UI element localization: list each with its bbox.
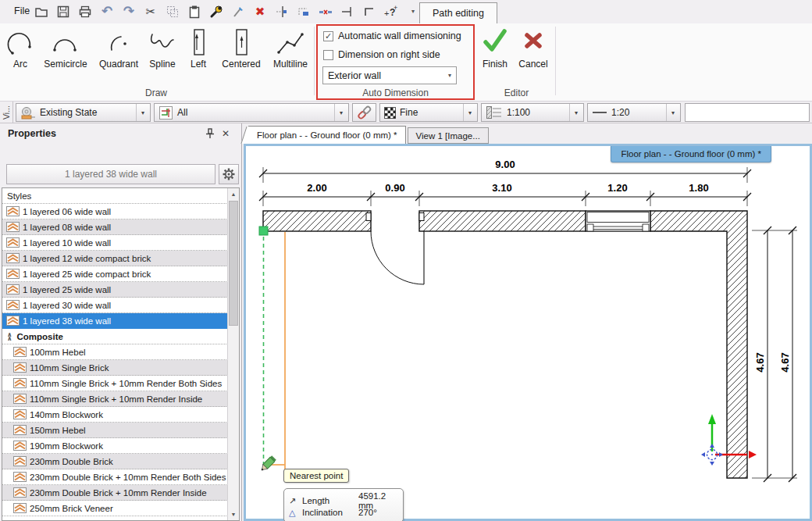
style-item-selected[interactable]: 1 layered 38 wide wall (2, 313, 239, 329)
open-folder-icon[interactable] (33, 2, 50, 20)
brush-icon[interactable] (208, 2, 225, 20)
state-select[interactable]: Existing State ▾ (16, 103, 151, 122)
style-item[interactable]: 1 layered 10 wide wall (2, 235, 239, 251)
tab-view-1[interactable]: View 1 [Image... (408, 127, 489, 144)
style-item[interactable]: 110mm Single Brick (2, 360, 239, 376)
tool-centered[interactable]: Centered (215, 27, 267, 86)
editor-group-label: Editor (479, 87, 554, 98)
wall-segment[interactable] (263, 211, 371, 231)
auto-wall-dimensioning-checkbox[interactable]: ✓ Automatic wall dimensioning (323, 30, 461, 41)
angle-icon: △ (289, 508, 302, 518)
line-scale-select[interactable]: 1:20 ▾ (587, 103, 681, 122)
corner-icon[interactable] (361, 2, 378, 20)
checkbox-unchecked[interactable] (323, 50, 333, 60)
style-item[interactable]: 250mm Brick Veneer (2, 501, 239, 516)
chevron-down-icon[interactable]: ▾ (463, 104, 473, 121)
chevron-down-icon[interactable]: ▾ (136, 104, 146, 121)
file-menu[interactable]: File (8, 4, 36, 18)
scroll-down-icon[interactable]: ▼ (228, 509, 239, 520)
print-icon[interactable] (77, 2, 94, 20)
drawing-scale-select[interactable]: 1:100 ▾ (481, 103, 584, 122)
style-item[interactable]: 1 layered 25 wide compact brick (2, 266, 239, 282)
delete-icon[interactable]: ✖ (251, 2, 269, 20)
wall-style-icon (13, 472, 27, 482)
svg-text:+: + (384, 9, 389, 18)
finish-button[interactable]: Finish (478, 27, 512, 70)
dim-segment: 3.10 (492, 182, 511, 194)
wall-corner[interactable] (650, 211, 747, 478)
tab-floor-plan[interactable]: Floor plan - - Ground floor (0 mm) * (248, 126, 406, 144)
cancel-button[interactable]: Cancel (515, 27, 551, 70)
tool-arc[interactable]: Arc (3, 27, 37, 86)
quick-access-toolbar: ↶ ↷ ✂ ✖ +?+ ▾ (33, 2, 422, 20)
picker-pen-icon[interactable] (230, 2, 247, 20)
style-item[interactable]: 150mm Hebel (2, 423, 239, 438)
left-wall-icon (183, 27, 213, 58)
undo-icon[interactable]: ↶ (98, 2, 116, 20)
save-icon[interactable] (55, 2, 72, 20)
drawing-canvas[interactable]: 9.00 2.00 0.90 3.10 1.20 (246, 146, 810, 519)
scroll-up-icon[interactable]: ▲ (228, 188, 239, 200)
current-style-field[interactable]: 1 layered 38 wide wall (6, 164, 215, 184)
list-scrollbar[interactable]: ▲ ▼ (227, 188, 239, 520)
style-item[interactable]: 230mm Double Brick + 10mm Render Inside (2, 485, 239, 501)
redo-icon[interactable]: ↷ (120, 2, 137, 20)
tool-left[interactable]: Left (183, 27, 214, 86)
dim-remove-icon[interactable] (317, 2, 334, 20)
dim-end-icon[interactable] (339, 2, 356, 20)
styles-section-header[interactable]: Styles (2, 188, 239, 204)
toolbar-input[interactable] (685, 103, 810, 122)
style-item[interactable]: 1 layered 12 wide compact brick (2, 251, 239, 266)
wall-style-icon (6, 284, 20, 294)
titlebar: File ↶ ↷ ✂ ✖ +?+ ▾ Path editing (0, 0, 812, 23)
dim-vertical: 4.67 (779, 352, 791, 372)
chevron-down-icon[interactable]: ▾ (448, 72, 451, 79)
wall-segment[interactable] (419, 211, 586, 231)
hatch-quality-select[interactable]: Fine ▾ (379, 103, 478, 122)
dimension-right-side-checkbox[interactable]: Dimension on right side (323, 49, 440, 60)
chevron-down-icon[interactable]: ▾ (569, 104, 579, 121)
collapse-icon[interactable]: ∧∧ (7, 333, 12, 341)
window-symbol[interactable] (586, 211, 650, 231)
dim-measure-icon[interactable] (295, 2, 312, 20)
style-item[interactable]: 140mm Blockwork (2, 407, 239, 423)
collapsed-panel-tab[interactable]: Vi... (0, 102, 13, 123)
close-icon[interactable]: ✕ (218, 127, 233, 141)
floating-window-title[interactable]: Floor plan - - Ground floor (0 mm) * (611, 146, 771, 162)
endpoint-handle[interactable] (259, 227, 268, 235)
drawing-window: 9.00 2.00 0.90 3.10 1.20 (244, 144, 812, 521)
style-item[interactable]: 100mm Hebel (2, 344, 239, 360)
dim-segment: 2.00 (307, 182, 326, 194)
chevron-down-icon[interactable]: ▾ (334, 104, 344, 121)
paste-icon[interactable] (186, 2, 203, 20)
style-settings-button[interactable] (219, 164, 239, 184)
copy-icon[interactable] (164, 2, 181, 20)
style-item[interactable]: 110mm Single Brick + 10mm Render Both Si… (2, 376, 239, 391)
dim-node-icon[interactable] (273, 2, 290, 20)
style-item[interactable]: 1 layered 30 wide wall (2, 298, 239, 313)
pin-icon[interactable] (202, 127, 218, 141)
style-item[interactable]: 190mm Blockwork (2, 438, 239, 454)
wall-type-select[interactable]: Exterior wall ▾ (322, 66, 457, 84)
style-item[interactable]: 230mm Double Brick + 10mm Render Both Si… (2, 469, 239, 485)
cut-icon[interactable]: ✂ (142, 2, 159, 20)
style-item[interactable]: 1 layered 08 wide wall (2, 219, 239, 235)
scale-icon (486, 105, 503, 120)
style-item[interactable]: 1 layered 25 wide wall (2, 282, 239, 298)
style-item[interactable]: 110mm Single Brick + 10mm Render Inside (2, 391, 239, 407)
scrollbar-thumb[interactable] (229, 201, 238, 326)
tool-multiline[interactable]: Multiline (269, 27, 312, 86)
checkbox-checked[interactable]: ✓ (323, 31, 333, 41)
layer-select[interactable]: All ▾ (154, 103, 349, 122)
style-item[interactable]: 1 layered 06 wide wall (2, 204, 239, 219)
link-toggle-button[interactable] (352, 103, 376, 122)
query-point-icon[interactable]: +?+ (383, 2, 400, 20)
tool-spline[interactable]: Spline (145, 27, 180, 86)
chevron-down-icon[interactable]: ▾ (666, 104, 676, 121)
composite-section-header[interactable]: ∧∧Composite (2, 329, 239, 344)
style-item[interactable]: 230mm Double Brick (2, 454, 239, 469)
tab-path-editing[interactable]: Path editing (419, 2, 497, 23)
tool-quadrant[interactable]: Quadrant (94, 27, 144, 86)
cancel-x-icon (519, 27, 547, 54)
tool-semicircle[interactable]: Semicircle (39, 27, 92, 86)
